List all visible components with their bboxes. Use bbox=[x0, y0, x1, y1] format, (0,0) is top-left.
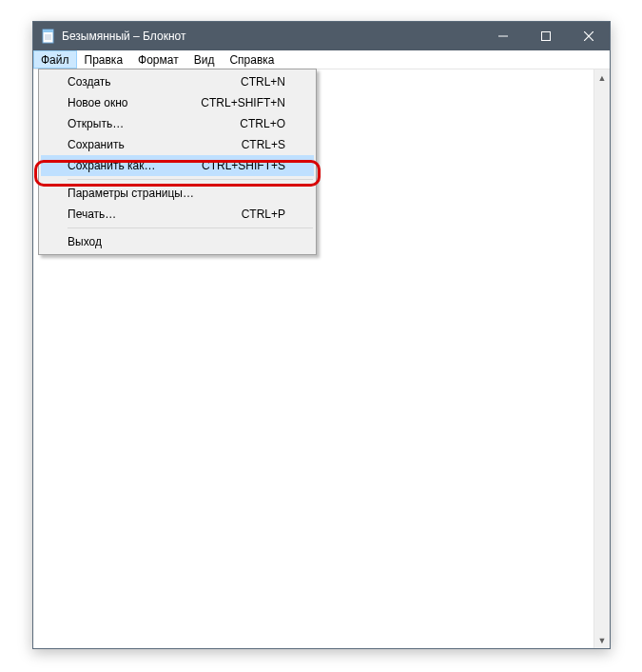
window-controls bbox=[481, 22, 610, 50]
svg-rect-6 bbox=[541, 32, 550, 41]
close-button[interactable] bbox=[567, 22, 610, 50]
menu-label: Правка bbox=[85, 53, 124, 67]
vertical-scrollbar[interactable]: ▲ ▼ bbox=[593, 69, 610, 648]
menu-item-open[interactable]: Открыть… CTRL+O bbox=[41, 113, 314, 134]
menu-edit[interactable]: Правка bbox=[77, 50, 131, 69]
maximize-button[interactable] bbox=[524, 22, 567, 50]
menu-item-shortcut: CTRL+O bbox=[240, 117, 285, 130]
menu-item-label: Создать bbox=[68, 75, 241, 89]
menu-item-shortcut: CTRL+S bbox=[242, 138, 285, 151]
menu-label: Справка bbox=[229, 53, 274, 67]
menu-item-shortcut: CTRL+N bbox=[241, 75, 285, 89]
notepad-icon bbox=[41, 29, 56, 44]
titlebar[interactable]: Безымянный – Блокнот bbox=[33, 22, 610, 50]
menu-label: Вид bbox=[194, 53, 215, 67]
scroll-down-icon[interactable]: ▼ bbox=[594, 632, 610, 648]
scroll-up-icon[interactable]: ▲ bbox=[594, 69, 610, 86]
menu-item-label: Выход bbox=[68, 235, 285, 248]
menu-item-shortcut: CTRL+P bbox=[242, 208, 285, 221]
menu-item-save[interactable]: Сохранить CTRL+S bbox=[41, 134, 314, 155]
menu-item-page-setup[interactable]: Параметры страницы… bbox=[41, 183, 314, 204]
menu-item-label: Сохранить как… bbox=[68, 159, 202, 172]
minimize-button[interactable] bbox=[481, 22, 524, 50]
menu-file[interactable]: Файл bbox=[33, 50, 77, 69]
menu-item-exit[interactable]: Выход bbox=[41, 231, 314, 252]
file-dropdown: Создать CTRL+N Новое окно CTRL+SHIFT+N О… bbox=[38, 69, 317, 255]
menu-item-label: Открыть… bbox=[68, 117, 240, 130]
menu-item-save-as[interactable]: Сохранить как… CTRL+SHIFT+S bbox=[41, 155, 314, 176]
menu-separator bbox=[68, 227, 313, 228]
menu-item-label: Печать… bbox=[68, 208, 242, 221]
scroll-track[interactable] bbox=[594, 86, 610, 632]
menu-format[interactable]: Формат bbox=[130, 50, 186, 69]
menu-label: Файл bbox=[41, 53, 69, 67]
menu-item-print[interactable]: Печать… CTRL+P bbox=[41, 204, 314, 225]
svg-rect-1 bbox=[43, 30, 53, 32]
menu-separator bbox=[68, 179, 313, 180]
menu-item-label: Сохранить bbox=[68, 138, 242, 151]
menu-view[interactable]: Вид bbox=[186, 50, 223, 69]
menu-item-new-window[interactable]: Новое окно CTRL+SHIFT+N bbox=[41, 92, 314, 113]
window-title: Безымянный – Блокнот bbox=[62, 30, 481, 43]
menu-item-label: Новое окно bbox=[68, 96, 201, 109]
menu-label: Формат bbox=[138, 53, 179, 67]
menubar: Файл Правка Формат Вид Справка bbox=[33, 50, 610, 69]
menu-item-shortcut: CTRL+SHIFT+N bbox=[201, 96, 285, 109]
menu-item-new[interactable]: Создать CTRL+N bbox=[41, 71, 314, 92]
menu-item-label: Параметры страницы… bbox=[68, 187, 285, 200]
menu-item-shortcut: CTRL+SHIFT+S bbox=[202, 159, 285, 172]
menu-help[interactable]: Справка bbox=[222, 50, 282, 69]
